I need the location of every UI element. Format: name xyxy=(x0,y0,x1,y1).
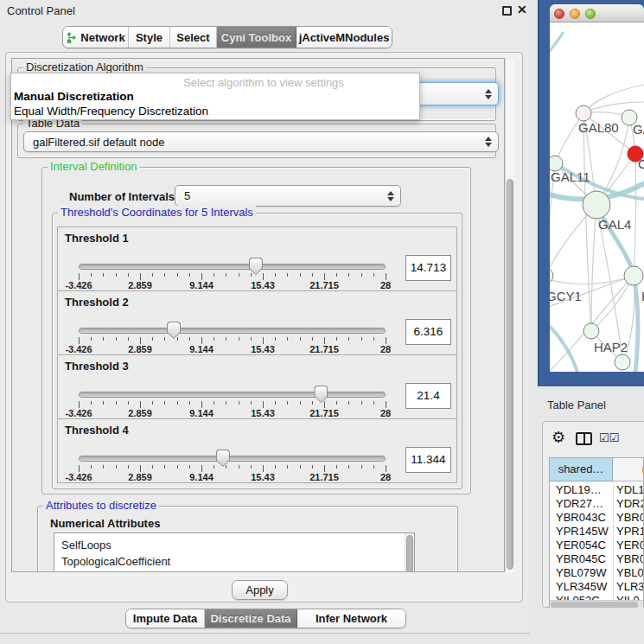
slider-tick-label: 2.859 xyxy=(128,472,152,482)
tab-jactivemnodules[interactable]: jActiveMNodules xyxy=(296,27,392,48)
network-edge xyxy=(591,276,634,331)
attributes-list-scrollbar[interactable] xyxy=(405,533,414,572)
spinner-arrows-icon[interactable] xyxy=(485,137,492,147)
threshold-value-field[interactable]: 14.713 xyxy=(405,255,451,281)
network-node-label: GA xyxy=(633,122,644,137)
slider-thumb[interactable] xyxy=(167,322,181,339)
slider-tick xyxy=(348,465,349,469)
threshold-slider-4[interactable]: -3.4262.8599.14415.4321.71528 xyxy=(79,452,386,483)
network-window-titlebar[interactable] xyxy=(550,4,644,22)
close-icon[interactable]: ✕ xyxy=(517,3,527,16)
slider-track[interactable] xyxy=(79,392,386,398)
float-icon[interactable] xyxy=(502,6,512,16)
slider-thumb[interactable] xyxy=(249,258,263,275)
tab-network[interactable]: Network xyxy=(63,27,129,48)
attributes-to-discretize-group-title: Attributes to discretize xyxy=(43,499,159,512)
slider-tick xyxy=(239,401,239,405)
close-traffic-light[interactable] xyxy=(554,9,564,19)
slider-tick xyxy=(263,401,264,408)
table-row[interactable]: YLR345WYLR3 xyxy=(550,580,644,594)
slider-tick xyxy=(103,465,104,469)
select-columns-checkbox-icons[interactable]: ☑☑ xyxy=(599,431,619,444)
threshold-slider-2[interactable]: -3.4262.8599.14415.4321.71528 xyxy=(79,324,386,355)
slider-track[interactable] xyxy=(79,328,386,334)
slider-thumb[interactable] xyxy=(216,450,230,467)
slider-tick xyxy=(373,337,374,341)
slider-tick xyxy=(189,465,190,469)
panel-title: Control Panel xyxy=(7,4,75,17)
column-header-name[interactable]: na xyxy=(613,458,644,481)
table-row[interactable]: YBL079WYBL0 xyxy=(550,566,644,580)
slider-tick xyxy=(251,465,252,469)
table-data-combo[interactable]: galFiltered.sif default node xyxy=(23,131,499,152)
column-header-shared-name[interactable]: shared… xyxy=(550,458,613,481)
network-node-gal4[interactable] xyxy=(583,191,610,219)
number-of-intervals-combo[interactable]: 5 xyxy=(175,185,401,207)
screen: Control Panel ✕ NetworkStyleSelectCyni T… xyxy=(0,0,644,644)
table-row[interactable]: YDL19…YDL1 xyxy=(550,483,644,497)
slider-tick-label: 15.43 xyxy=(251,344,275,354)
network-node[interactable] xyxy=(615,354,630,370)
network-node-gcy1[interactable] xyxy=(550,268,553,284)
attribute-list-item[interactable]: TopologicalCoefficient xyxy=(54,553,414,570)
tab-discretize-data[interactable]: Discretize Data xyxy=(205,609,297,628)
table-data-combo-value: galFiltered.sif default node xyxy=(33,136,164,149)
slider-tick-label: 28 xyxy=(380,472,391,482)
vertical-scrollbar-thumb[interactable] xyxy=(507,179,513,570)
apply-button[interactable]: Apply xyxy=(232,580,288,600)
slider-tick xyxy=(300,465,301,469)
threshold-slider-3[interactable]: -3.4262.8599.14415.4321.71528 xyxy=(79,388,386,419)
threshold-label: Threshold 1 xyxy=(65,232,129,245)
algorithm-option-equal-width[interactable]: Equal Width/Frequency Discretization xyxy=(14,105,208,118)
slider-tick xyxy=(300,401,301,405)
network-canvas[interactable]: GAL80GACGAL11GAL4GCY1HHAP2 xyxy=(550,22,644,372)
attribute-list-item[interactable]: BetweennessCentrality xyxy=(54,570,414,572)
gear-icon[interactable]: ⚙ xyxy=(552,428,565,447)
table-row[interactable]: YER054CYER0 xyxy=(550,539,644,552)
slider-tick xyxy=(336,337,337,341)
number-of-intervals-label: Number of Intervals xyxy=(69,190,175,203)
tab-style[interactable]: Style xyxy=(129,27,170,48)
cell-shared-name: YDL19… xyxy=(556,483,602,496)
threshold-value-field[interactable]: 11.344 xyxy=(405,447,451,473)
tab-impute-data[interactable]: Impute Data xyxy=(126,609,205,628)
slider-tick xyxy=(103,273,104,277)
minimize-traffic-light[interactable] xyxy=(570,9,580,19)
network-node-label: HAP2 xyxy=(594,340,628,354)
tab-cyni-toolbox[interactable]: Cyni Toolbox xyxy=(217,27,296,48)
thresholds-coordinates-group-title: Threshold's Coordinates for 5 Intervals xyxy=(58,206,256,219)
cell-shared-name: YBR045C xyxy=(556,552,606,565)
slider-track[interactable] xyxy=(79,264,386,270)
table-row[interactable]: YDR27…YDR2 xyxy=(550,497,644,511)
slider-thumb[interactable] xyxy=(314,386,328,403)
threshold-slider-1[interactable]: -3.4262.8599.14415.4321.71528 xyxy=(79,260,386,291)
node-table: shared… na YDL19…YDL1YDR27…YDR2YBR043CYB… xyxy=(549,457,644,608)
table-row[interactable]: YBR043CYBR0 xyxy=(550,511,644,525)
table-horizontal-scrollbar[interactable] xyxy=(550,600,643,608)
slider-tick xyxy=(116,401,117,405)
vertical-scrollbar[interactable] xyxy=(505,59,514,571)
spinner-arrows-icon[interactable] xyxy=(485,89,492,99)
column-chooser-icon[interactable] xyxy=(576,432,592,445)
cell-shared-name: YER054C xyxy=(556,539,606,552)
tab-select[interactable]: Select xyxy=(170,27,217,48)
network-node-gal80[interactable] xyxy=(576,105,591,121)
attributes-list-scrollbar-thumb[interactable] xyxy=(406,535,413,572)
network-node-hap2[interactable] xyxy=(583,323,599,339)
slider-track[interactable] xyxy=(79,456,386,462)
tab-infer-network[interactable]: Infer Network xyxy=(297,609,405,628)
table-hscrollbar-thumb[interactable] xyxy=(551,602,638,608)
network-node-h[interactable] xyxy=(624,266,643,285)
attribute-list-item[interactable]: SelfLoops xyxy=(54,537,414,553)
slider-tick-label: 2.859 xyxy=(128,280,152,290)
zoom-traffic-light[interactable] xyxy=(585,9,596,19)
table-row[interactable]: YPR145WYPR1 xyxy=(550,525,644,539)
threshold-value-field[interactable]: 21.4 xyxy=(405,383,451,409)
algorithm-option-manual[interactable]: Manual Discretization xyxy=(14,90,134,103)
slider-tick xyxy=(300,273,301,277)
slider-tick xyxy=(324,337,325,344)
threshold-value-field[interactable]: 6.316 xyxy=(405,319,451,345)
spinner-arrows-icon[interactable] xyxy=(387,191,394,201)
slider-tick xyxy=(275,465,276,469)
table-row[interactable]: YBR045CYBR0 xyxy=(550,552,644,566)
